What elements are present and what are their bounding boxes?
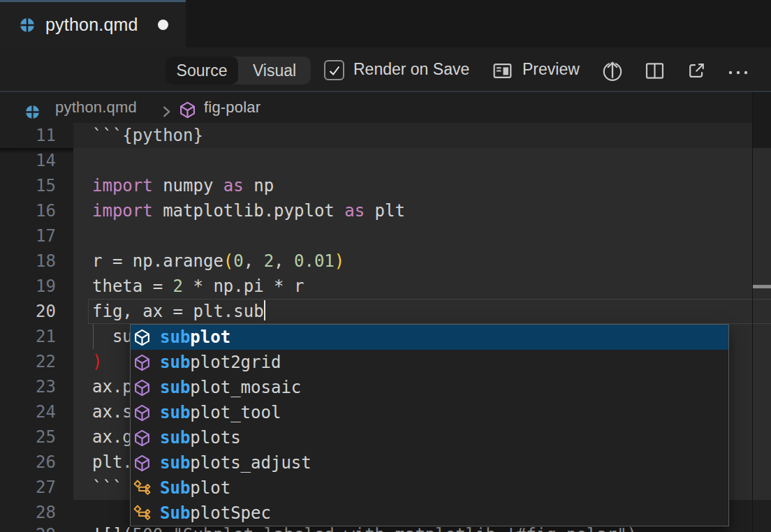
source-label: Source [177, 61, 228, 80]
suggest-item-subplotspec[interactable]: SubplotSpec [131, 501, 728, 526]
line-number: 22 [0, 349, 56, 374]
suggest-item-subplot[interactable]: subplot [131, 325, 728, 350]
suggest-item-label: SubplotSpec [160, 503, 271, 523]
line-number: 14 [0, 148, 56, 173]
suggest-item-subplots[interactable]: subplots [131, 425, 728, 450]
breadcrumb-file[interactable]: python.qmd [55, 92, 137, 123]
code-line[interactable]: 20fig, ax = plt.sub [0, 299, 771, 324]
sticky-line-number: 11 [0, 123, 56, 148]
method-symbol-icon [133, 404, 151, 422]
mode-toggle: Source Visual [166, 57, 311, 84]
code-line[interactable]: 16import matplotlib.pyplot as plt [0, 198, 771, 223]
suggest-item-label: subplot_tool [160, 403, 281, 422]
line-number: 29 [0, 522, 56, 532]
suggest-item-subplot_mosaic[interactable]: subplot_mosaic [131, 375, 728, 400]
line-number: 23 [0, 374, 56, 399]
code-line[interactable]: 15import numpy as np [0, 173, 771, 198]
overview-ruler-marker [753, 285, 771, 288]
sticky-scroll-line[interactable]: 11 ```{python} [0, 123, 771, 148]
code-line[interactable]: 18r = np.arange(0, 2, 0.01) [0, 249, 771, 274]
code-text: import numpy as np [92, 173, 274, 198]
code-line[interactable]: 17 [0, 223, 771, 249]
line-number: 20 [0, 299, 56, 324]
code-text: fig, ax = plt.sub [92, 299, 265, 324]
code-text: ax.g [92, 424, 133, 450]
render-on-save-label: Render on Save [353, 47, 469, 91]
suggest-widget: subplotsubplot2gridsubplot_mosaicsubplot… [130, 324, 729, 526]
publish-icon[interactable] [601, 59, 624, 85]
suggest-item-label: subplot2grid [160, 353, 281, 372]
visual-label: Visual [253, 61, 296, 80]
tab-python-qmd[interactable]: python.qmd [0, 0, 186, 47]
line-number: 24 [0, 399, 56, 424]
sticky-line-text: ```{python} [92, 123, 203, 148]
code-text: r = np.arange(0, 2, 0.01) [92, 249, 344, 274]
code-text: ax.s [92, 399, 133, 424]
code-text: theta = 2 * np.pi * r [92, 274, 304, 299]
preview-icon[interactable] [493, 61, 512, 83]
quarto-sphere-icon [20, 17, 35, 33]
method-symbol-icon [133, 329, 151, 346]
line-number: 25 [0, 424, 56, 450]
suggest-item-label: subplot_mosaic [160, 378, 301, 397]
visual-mode-button[interactable]: Visual [238, 57, 311, 84]
class-symbol-icon [133, 480, 151, 497]
line-number: 26 [0, 450, 56, 475]
editor-right-border [752, 92, 753, 532]
class-symbol-icon [133, 505, 151, 522]
checkmark-icon [327, 63, 342, 78]
suggest-item-label: subplots [160, 428, 241, 448]
code-text: ax.p [92, 374, 133, 399]
suggest-item-label: Subplot [160, 478, 230, 498]
line-number: 18 [0, 249, 56, 274]
tab-title: python.qmd [45, 15, 138, 35]
line-number: 16 [0, 198, 56, 223]
breadcrumb-symbol[interactable]: fig-polar [204, 92, 260, 123]
preview-button[interactable]: Preview [522, 47, 580, 91]
suggest-item-label: subplot [160, 327, 230, 347]
tab-bar: python.qmd [0, 0, 771, 47]
open-external-icon[interactable] [687, 61, 706, 83]
code-text: ``` [92, 475, 122, 500]
modified-dot-icon [158, 20, 168, 30]
method-symbol-icon [133, 429, 151, 447]
breadcrumbs: python.qmd fig-polar [0, 91, 771, 123]
code-text: import matplotlib.pyplot as plt [92, 198, 405, 223]
text-cursor [264, 300, 266, 320]
split-editor-icon[interactable] [645, 61, 664, 83]
code-line[interactable]: 19theta = 2 * np.pi * r [0, 274, 771, 299]
line-number: 21 [0, 324, 56, 349]
line-number: 27 [0, 475, 56, 500]
line-number: 15 [0, 173, 56, 198]
minimap-top [753, 92, 771, 148]
line-number: 19 [0, 274, 56, 299]
method-symbol-icon [133, 455, 151, 472]
method-symbol-icon [133, 379, 151, 397]
method-symbol-icon [133, 354, 151, 371]
code-text: su [92, 324, 133, 349]
render-on-save-checkbox[interactable] [324, 60, 344, 80]
source-mode-button[interactable]: Source [166, 57, 238, 84]
suggest-item-subplot[interactable]: Subplot [131, 475, 728, 501]
line-number: 17 [0, 223, 56, 249]
suggest-item-subplot2grid[interactable]: subplot2grid [131, 350, 728, 375]
editor-toolbar: Source Visual Render on Save Preview [0, 47, 771, 91]
more-actions-icon[interactable] [728, 67, 749, 80]
code-text: ) [92, 349, 102, 374]
code-line[interactable]: 14 [0, 148, 771, 173]
suggest-item-subplot_tool[interactable]: subplot_tool [131, 400, 728, 425]
bracket-guide [93, 324, 94, 349]
line-number: 28 [0, 500, 56, 525]
code-text: plt. [92, 450, 133, 475]
suggest-item-label: subplots_adjust [160, 453, 311, 473]
suggest-item-subplots_adjust[interactable]: subplots_adjust [131, 450, 728, 475]
